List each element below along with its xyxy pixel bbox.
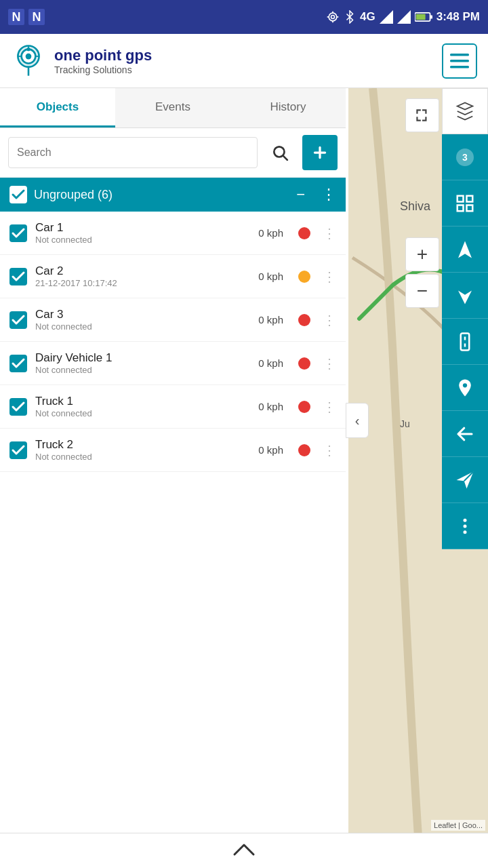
zoom-in-button[interactable]: + bbox=[405, 237, 439, 271]
vehicle-checkbox[interactable] bbox=[9, 311, 27, 329]
vehicle-checkbox[interactable] bbox=[9, 441, 27, 459]
bottom-bar bbox=[0, 833, 488, 868]
chevron-up-icon bbox=[232, 840, 256, 859]
location-icon bbox=[326, 10, 340, 24]
group-collapse-button[interactable]: − bbox=[296, 186, 305, 203]
signal-icon-1 bbox=[380, 10, 393, 24]
logo-area: one point gps Tracking Solutions bbox=[11, 43, 152, 79]
vehicle-checkbox[interactable] bbox=[9, 268, 27, 285]
vehicle-menu-button[interactable]: ⋮ bbox=[323, 399, 336, 415]
vehicle-speed: 0 kph bbox=[258, 444, 283, 456]
navigate-button[interactable] bbox=[442, 226, 488, 273]
svg-rect-20 bbox=[450, 60, 469, 62]
status-bar-right: 4G 3:48 PM bbox=[326, 10, 480, 24]
svg-point-0 bbox=[331, 16, 335, 19]
vehicle-checkbox[interactable] bbox=[9, 355, 27, 372]
more-options-button[interactable] bbox=[442, 503, 488, 549]
pin-button[interactable] bbox=[442, 365, 488, 411]
search-bar bbox=[0, 128, 346, 178]
notification-icon-2: N bbox=[28, 9, 45, 25]
main-panel: Objects Events History Ung bbox=[0, 88, 346, 868]
map-expand-button[interactable] bbox=[405, 98, 439, 132]
vehicle-info: Truck 2 Not connected bbox=[35, 438, 250, 462]
bottom-chevron-button[interactable] bbox=[232, 840, 256, 863]
tab-objects[interactable]: Objects bbox=[0, 88, 115, 127]
vehicle-status: 21-12-2017 10:17:42 bbox=[35, 278, 250, 288]
navigate-icon bbox=[455, 239, 475, 260]
tab-history[interactable]: History bbox=[230, 88, 346, 127]
status-dot bbox=[298, 444, 310, 456]
expand-icon bbox=[413, 106, 431, 124]
battery-icon bbox=[415, 11, 432, 23]
signal-icon-2 bbox=[397, 10, 411, 24]
google-label: Goo... bbox=[462, 821, 483, 829]
vehicle-menu-button[interactable]: ⋮ bbox=[323, 355, 336, 372]
network-type: 4G bbox=[360, 10, 375, 24]
vehicle-speed: 0 kph bbox=[258, 401, 283, 412]
list-item: Car 3 Not connected 0 kph ⋮ bbox=[0, 298, 346, 342]
map-layers-button[interactable] bbox=[442, 88, 488, 134]
vehicle-menu-button[interactable]: ⋮ bbox=[323, 312, 336, 328]
list-item: Truck 1 Not connected 0 kph ⋮ bbox=[0, 385, 346, 429]
vehicle-info: Car 2 21-12-2017 10:17:42 bbox=[35, 264, 250, 288]
svg-point-54 bbox=[464, 530, 467, 534]
hamburger-icon bbox=[450, 52, 469, 71]
vehicle-info: Car 1 Not connected bbox=[35, 221, 250, 245]
vehicle-info: Car 3 Not connected bbox=[35, 308, 250, 332]
road-button[interactable] bbox=[442, 319, 488, 365]
tab-events[interactable]: Events bbox=[115, 88, 230, 127]
add-object-button[interactable] bbox=[302, 135, 338, 170]
status-dot bbox=[298, 314, 310, 326]
zoom-out-button[interactable]: − bbox=[405, 274, 439, 308]
svg-rect-41 bbox=[458, 195, 464, 201]
minus-icon: − bbox=[417, 281, 428, 300]
vehicle-speed: 0 kph bbox=[258, 357, 283, 369]
svg-rect-42 bbox=[467, 195, 473, 201]
status-dot bbox=[298, 401, 310, 413]
send-location-button[interactable] bbox=[442, 457, 488, 503]
vehicle-status: Not connected bbox=[35, 452, 250, 462]
vehicle-info: Dairy Vehicle 1 Not connected bbox=[35, 351, 250, 375]
svg-line-29 bbox=[283, 156, 287, 160]
menu-button[interactable] bbox=[442, 43, 477, 79]
vehicle-checkbox[interactable] bbox=[9, 398, 27, 416]
status-dot bbox=[298, 271, 310, 283]
panel-collapse-button[interactable]: ‹ bbox=[346, 403, 369, 438]
vehicle-menu-button[interactable]: ⋮ bbox=[323, 225, 336, 241]
svg-rect-19 bbox=[450, 54, 469, 56]
svg-text:Ju: Ju bbox=[400, 418, 410, 429]
vehicle-name: Truck 1 bbox=[35, 395, 250, 408]
svg-marker-7 bbox=[397, 10, 411, 24]
vehicle-status: Not connected bbox=[35, 321, 250, 332]
chevron-left-icon: ‹ bbox=[355, 413, 360, 429]
more-options-icon bbox=[455, 516, 475, 536]
group-title: Ungrouped (6) bbox=[34, 188, 289, 202]
group-menu-button[interactable]: ⋮ bbox=[321, 186, 336, 203]
svg-marker-46 bbox=[458, 290, 472, 304]
target-button[interactable] bbox=[442, 180, 488, 226]
app-logo-icon bbox=[11, 43, 46, 79]
vehicle-menu-button[interactable]: ⋮ bbox=[323, 269, 336, 285]
vehicle-menu-button[interactable]: ⋮ bbox=[323, 442, 336, 458]
route-down-button[interactable] bbox=[442, 273, 488, 319]
vehicle-checkbox[interactable] bbox=[9, 224, 27, 242]
object-count-button[interactable]: 3 bbox=[442, 134, 488, 180]
back-route-button[interactable] bbox=[442, 411, 488, 457]
svg-point-13 bbox=[26, 53, 32, 59]
search-input[interactable] bbox=[8, 137, 258, 168]
group-checkbox[interactable] bbox=[9, 186, 27, 203]
svg-marker-6 bbox=[380, 10, 393, 24]
send-location-icon bbox=[455, 470, 475, 490]
svg-point-1 bbox=[329, 13, 337, 21]
search-button[interactable] bbox=[264, 137, 296, 168]
vehicle-status: Not connected bbox=[35, 365, 250, 375]
tabs: Objects Events History bbox=[0, 88, 346, 128]
target-icon bbox=[455, 193, 475, 214]
map-layers-icon bbox=[455, 101, 475, 121]
leaflet-label: Leaflet bbox=[434, 821, 456, 829]
status-dot bbox=[298, 357, 310, 370]
vehicle-name: Dairy Vehicle 1 bbox=[35, 351, 250, 365]
plus-icon: + bbox=[417, 245, 428, 264]
right-sidebar: 3 bbox=[442, 88, 488, 549]
vehicle-speed: 0 kph bbox=[258, 314, 283, 326]
